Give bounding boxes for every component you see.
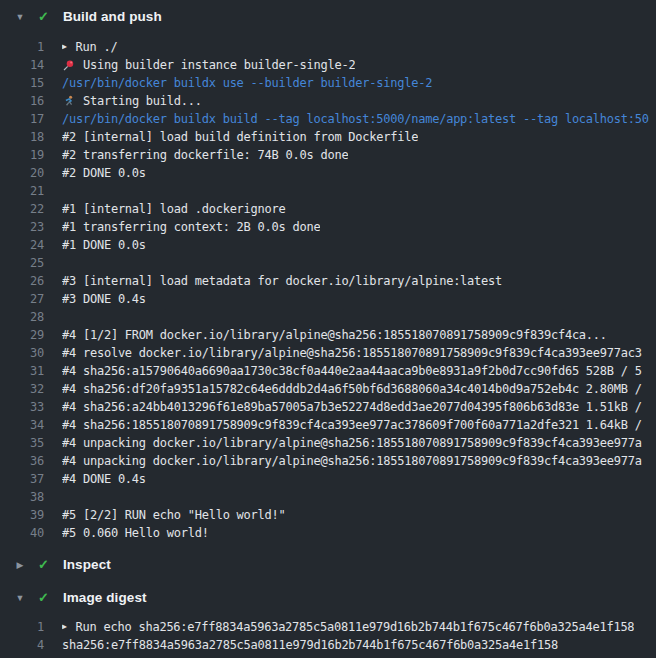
line-number[interactable]: 15 [0, 74, 44, 92]
line-number[interactable]: 1 [0, 618, 44, 636]
log-line: 23#1 transferring context: 2B 0.0s done [0, 218, 656, 236]
line-number[interactable]: 32 [0, 380, 44, 398]
line-number[interactable]: 30 [0, 344, 44, 362]
line-number[interactable]: 34 [0, 416, 44, 434]
log-text-content: Run echo sha256:e7ff8834a5963a2785c5a081… [76, 618, 635, 636]
log-line: 15/usr/bin/docker buildx use --builder b… [0, 74, 656, 92]
log-text-content: sha256:e7ff8834a5963a2785c5a0811e979d16b… [62, 636, 558, 654]
line-number[interactable]: 18 [0, 128, 44, 146]
log-text-content: Using builder instance builder-single-2 [83, 56, 355, 74]
line-number[interactable]: 37 [0, 470, 44, 488]
log-text: #1 [internal] load .dockerignore [62, 200, 286, 218]
log-text: #2 [internal] load build definition from… [62, 128, 418, 146]
section-title: Inspect [63, 557, 111, 572]
log-text: #4 sha256:a24bb4013296f61e89ba57005a7b3e… [62, 398, 642, 416]
line-number[interactable]: 29 [0, 326, 44, 344]
log-text-content: #4 [1/2] FROM docker.io/library/alpine@s… [62, 326, 607, 344]
log-text-content: #4 sha256:185518070891758909c9f839cf4ca3… [62, 416, 642, 434]
log-text-content: #2 DONE 0.0s [62, 164, 146, 182]
log-text: #1 transferring context: 2B 0.0s done [62, 218, 320, 236]
line-number[interactable]: 26 [0, 272, 44, 290]
line-number[interactable]: 23 [0, 218, 44, 236]
log-text-content: Starting build... [83, 92, 202, 110]
section-log-lines: 1▶Run echo sha256:e7ff8834a5963a2785c5a0… [0, 614, 656, 658]
log-line: 38 [0, 488, 656, 506]
log-text-content: #4 sha256:a15790640a6690aa1730c38cf0a440… [62, 362, 642, 380]
line-number[interactable]: 19 [0, 146, 44, 164]
log-line: 22#1 [internal] load .dockerignore [0, 200, 656, 218]
line-number[interactable]: 24 [0, 236, 44, 254]
log-text: #3 [internal] load metadata for docker.i… [62, 272, 502, 290]
chevron-right-icon[interactable]: ▶ [15, 560, 25, 570]
success-check-icon: ✓ [38, 590, 49, 605]
log-line: 21 [0, 182, 656, 200]
log-text: #4 sha256:185518070891758909c9f839cf4ca3… [62, 416, 642, 434]
section-header-inspect[interactable]: ▶✓Inspect [0, 548, 656, 581]
log-text: #3 DONE 0.4s [62, 290, 146, 308]
log-line: 28 [0, 308, 656, 326]
log-text: #2 DONE 0.0s [62, 164, 146, 182]
log-text-content: #4 sha256:a24bb4013296f61e89ba57005a7b3e… [62, 398, 642, 416]
line-number[interactable]: 14 [0, 56, 44, 74]
log-line: 19#2 transferring dockerfile: 74B 0.0s d… [0, 146, 656, 164]
log-text-content: #1 transferring context: 2B 0.0s done [62, 218, 320, 236]
line-number[interactable]: 40 [0, 524, 44, 542]
log-line: 36#4 unpacking docker.io/library/alpine@… [0, 452, 656, 470]
log-line: 1▶Run echo sha256:e7ff8834a5963a2785c5a0… [0, 618, 656, 636]
log-text-content: /usr/bin/docker buildx build --tag local… [62, 110, 649, 128]
pushpin-icon [62, 59, 75, 72]
line-number[interactable]: 38 [0, 488, 44, 506]
log-line: 26#3 [internal] load metadata for docker… [0, 272, 656, 290]
chevron-down-icon[interactable]: ▼ [15, 12, 25, 22]
log-text: #2 transferring dockerfile: 74B 0.0s don… [62, 146, 348, 164]
log-line: 39#5 [2/2] RUN echo "Hello world!" [0, 506, 656, 524]
run-expand-arrow-icon[interactable]: ▶ [62, 38, 67, 56]
log-text: ▶Run ./ [62, 38, 118, 56]
line-number[interactable]: 27 [0, 290, 44, 308]
log-line: 1▶Run ./ [0, 38, 656, 56]
line-number[interactable]: 21 [0, 182, 44, 200]
log-line: 24#1 DONE 0.0s [0, 236, 656, 254]
log-text-content: #2 transferring dockerfile: 74B 0.0s don… [62, 146, 348, 164]
runner-icon [62, 95, 75, 108]
log-line: 31#4 sha256:a15790640a6690aa1730c38cf0a4… [0, 362, 656, 380]
section-title: Build and push [63, 9, 162, 24]
line-number[interactable]: 28 [0, 308, 44, 326]
log-text: #4 resolve docker.io/library/alpine@sha2… [62, 344, 642, 362]
line-number[interactable]: 16 [0, 92, 44, 110]
line-number[interactable]: 36 [0, 452, 44, 470]
log-line: 37#4 DONE 0.4s [0, 470, 656, 488]
log-text-content: #1 [internal] load .dockerignore [62, 200, 286, 218]
section-title: Image digest [63, 590, 147, 605]
line-number[interactable]: 4 [0, 636, 44, 654]
log-text-content: Run ./ [76, 38, 118, 56]
line-number[interactable]: 1 [0, 38, 44, 56]
log-text: #4 DONE 0.4s [62, 470, 146, 488]
line-number[interactable]: 17 [0, 110, 44, 128]
log-text-content: #4 unpacking docker.io/library/alpine@sh… [62, 434, 642, 452]
line-number[interactable]: 25 [0, 254, 44, 272]
log-line: 30#4 resolve docker.io/library/alpine@sh… [0, 344, 656, 362]
log-text: #4 sha256:a15790640a6690aa1730c38cf0a440… [62, 362, 642, 380]
success-check-icon: ✓ [38, 9, 49, 24]
section-header-image-digest[interactable]: ▼✓Image digest [0, 581, 656, 614]
chevron-down-icon[interactable]: ▼ [15, 593, 25, 603]
log-line: 34#4 sha256:185518070891758909c9f839cf4c… [0, 416, 656, 434]
success-check-icon: ✓ [38, 557, 49, 572]
section-header-build-and-push[interactable]: ▼✓Build and push [0, 0, 656, 33]
line-number[interactable]: 31 [0, 362, 44, 380]
log-text: #5 0.060 Hello world! [62, 524, 209, 542]
log-text: #4 sha256:df20fa9351a15782c64e6dddb2d4a6… [62, 380, 642, 398]
log-line: 32#4 sha256:df20fa9351a15782c64e6dddb2d4… [0, 380, 656, 398]
run-expand-arrow-icon[interactable]: ▶ [62, 618, 67, 636]
line-number[interactable]: 35 [0, 434, 44, 452]
line-number[interactable]: 33 [0, 398, 44, 416]
section-log-lines: 1▶Run ./14Using builder instance builder… [0, 33, 656, 548]
log-text: Using builder instance builder-single-2 [62, 56, 355, 74]
line-number[interactable]: 20 [0, 164, 44, 182]
log-command-text: /usr/bin/docker buildx build --tag local… [62, 110, 649, 128]
line-number[interactable]: 39 [0, 506, 44, 524]
line-number[interactable]: 22 [0, 200, 44, 218]
log-text-content: #4 unpacking docker.io/library/alpine@sh… [62, 452, 642, 470]
log-text-content: #5 [2/2] RUN echo "Hello world!" [62, 506, 286, 524]
